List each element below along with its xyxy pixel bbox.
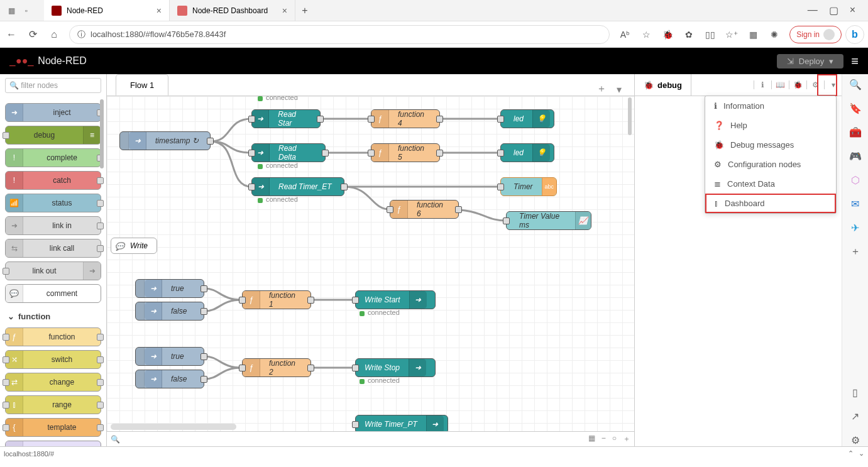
node-read-timer-et[interactable]: ➜Read Timer_ET (251, 177, 344, 196)
canvas-h-scrollbar[interactable] (111, 424, 236, 430)
new-tab-button[interactable]: + (295, 0, 314, 21)
palette-node-link-call[interactable]: ⇆link call (5, 239, 101, 258)
edge-add-icon[interactable]: ＋ (849, 245, 862, 258)
palette-node-debug[interactable]: debug≡ (5, 126, 101, 145)
back-button[interactable]: ← (5, 28, 18, 41)
palette-node-function[interactable]: ƒfunction (5, 327, 101, 346)
palette-node-status[interactable]: 📶status (5, 194, 101, 212)
palette-scrollbar[interactable] (100, 99, 104, 168)
window-close-button[interactable]: × (850, 4, 855, 16)
maximize-button[interactable]: ▢ (829, 4, 838, 16)
node-true-2[interactable]: ➜true (135, 347, 204, 366)
tab-close-button[interactable]: × (282, 6, 287, 16)
edge-send-icon[interactable]: ✈ (849, 221, 862, 234)
edge-games-icon[interactable]: 🎮 (849, 150, 862, 162)
node-comment-write[interactable]: 💬 Write (111, 238, 157, 254)
node-timer[interactable]: Timerabc (500, 177, 557, 196)
edge-search-icon[interactable]: 🔍 (849, 78, 862, 91)
bing-button[interactable]: b (845, 25, 864, 44)
idk-icon[interactable]: ✺ (768, 30, 781, 40)
flow-canvas[interactable]: connected ➜ timestamp ↻ ➜Read Star ➜Read… (107, 96, 634, 431)
home-button[interactable]: ⌂ (48, 28, 60, 41)
node-true-1[interactable]: ➜true (135, 279, 204, 298)
sidebar-tab-debug[interactable]: 🐞 debug (635, 74, 691, 96)
zoom-reset-button[interactable]: ○ (612, 434, 617, 444)
palette-node-change[interactable]: ⇄change (5, 373, 101, 392)
menu-item-debug[interactable]: 🐞Debug messages (705, 135, 836, 155)
navigator-icon[interactable]: ▦ (588, 434, 595, 444)
edge-settings-icon[interactable]: ⚙ (849, 434, 862, 446)
favorites-icon[interactable]: ☆ (640, 30, 652, 40)
browser-tab[interactable]: Node-RED × (44, 0, 170, 21)
node-timestamp[interactable]: ➜ timestamp ↻ (119, 131, 211, 150)
palette-node-range[interactable]: ⫿range (5, 395, 101, 414)
palette-node-inject[interactable]: ➜inject (5, 103, 101, 122)
node-led-1[interactable]: led💡 (500, 109, 554, 128)
node-function-1[interactable]: ƒfunction 1 (242, 290, 311, 309)
site-info-icon[interactable]: ⓘ (77, 29, 85, 40)
node-write-stop[interactable]: Write Stop➜ (355, 358, 436, 377)
palette-node-catch[interactable]: !catch (5, 171, 101, 190)
palette-node-comment[interactable]: 💬comment (5, 284, 101, 303)
inject-trigger-button[interactable] (136, 348, 145, 365)
menu-item-help[interactable]: ❓Help (705, 116, 836, 135)
extensions-icon[interactable]: ✿ (683, 30, 695, 40)
node-false-2[interactable]: ➜false (135, 370, 204, 388)
palette-node-link-in[interactable]: ➜link in (5, 216, 101, 235)
menu-item-dashboard[interactable]: ⫿Dashboard (705, 194, 836, 213)
inject-trigger-button[interactable] (120, 132, 129, 150)
tab-overview-icon[interactable]: ▫ (21, 6, 31, 16)
tab-actions-icon[interactable]: ▦ (6, 6, 16, 16)
edge-office-icon[interactable]: ⬡ (849, 173, 862, 186)
statusbar-down-button[interactable]: ⌄ (859, 449, 864, 458)
url-input[interactable]: ⓘ localhost:1880/#flow/476b5e78.8443f (69, 25, 610, 44)
sidebar-menu-caret[interactable]: ▾ (824, 80, 842, 89)
signin-button[interactable]: Sign in (789, 26, 842, 43)
minimize-button[interactable]: — (808, 4, 818, 16)
canvas-scrollbar[interactable] (628, 97, 632, 135)
sidebar-info-icon[interactable]: ℹ (754, 80, 771, 89)
collections-icon[interactable]: ▦ (747, 30, 759, 40)
inject-trigger-button[interactable] (136, 370, 145, 388)
node-write-timer-pt[interactable]: Write Timer_PT➜ (355, 415, 448, 431)
menu-item-information[interactable]: ℹInformation (705, 96, 836, 116)
edge-tag-icon[interactable]: 🔖 (849, 102, 862, 114)
palette-node-delay[interactable]: ◷delay (5, 441, 101, 446)
add-flow-button[interactable]: ＋ (590, 82, 613, 96)
sidebar-debug-icon[interactable]: 🐞 (789, 80, 806, 89)
statusbar-up-button[interactable]: ⌃ (848, 449, 854, 458)
deploy-button[interactable]: ⇲ Deploy ▾ (777, 54, 843, 69)
flow-menu-caret-icon[interactable]: ▾ (613, 84, 625, 96)
main-menu-button[interactable]: ≡ (851, 54, 859, 69)
search-icon[interactable]: 🔍 (111, 435, 120, 444)
read-aloud-icon[interactable]: Aᵇ (618, 30, 631, 40)
download-icon[interactable]: 🐞 (661, 30, 674, 40)
zoom-out-button[interactable]: − (602, 434, 606, 444)
node-function-5[interactable]: ƒfunction 5 (371, 143, 440, 162)
palette-node-switch[interactable]: ⤭switch (5, 350, 101, 369)
deploy-caret-icon[interactable]: ▾ (829, 57, 833, 66)
menu-item-config[interactable]: ⚙Configuration nodes (705, 155, 836, 174)
tab-close-button[interactable]: × (157, 6, 162, 16)
edge-toolbox-icon[interactable]: 🧰 (849, 126, 862, 138)
edge-share-icon[interactable]: ↗ (849, 410, 862, 422)
node-function-2[interactable]: ƒfunction 2 (242, 358, 311, 377)
refresh-button[interactable]: ⟳ (26, 28, 39, 41)
inject-trigger-button[interactable] (136, 302, 145, 320)
favorites2-icon[interactable]: ☆⁺ (725, 30, 738, 40)
edge-dock-icon[interactable]: ▯ (849, 386, 862, 398)
node-function-6[interactable]: ƒfunction 6 (390, 200, 459, 219)
node-write-start[interactable]: Write Start➜ (355, 290, 436, 309)
node-timer-value[interactable]: Timer Value ms📈 (506, 211, 591, 230)
palette-category-function[interactable]: ⌄function (5, 307, 101, 324)
node-read-star[interactable]: ➜Read Star (251, 109, 321, 128)
menu-item-context[interactable]: ≣Context Data (705, 174, 836, 194)
inject-trigger-button[interactable] (136, 280, 145, 297)
sidebar-config-icon[interactable]: ⚙ (806, 80, 824, 89)
node-led-2[interactable]: led💡 (500, 143, 554, 162)
palette-node-link-out[interactable]: link out➜ (5, 261, 101, 280)
browser-tab[interactable]: Node-RED Dashboard × (170, 0, 295, 21)
flow-tab[interactable]: Flow 1 (116, 74, 168, 96)
node-read-delta[interactable]: ➜Read Delta (251, 143, 326, 162)
palette-node-complete[interactable]: !complete (5, 148, 101, 167)
